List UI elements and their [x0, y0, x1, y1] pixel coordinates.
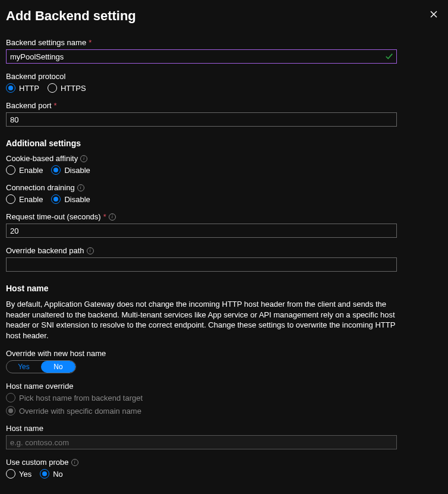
draining-disable-radio[interactable]: Disable: [51, 194, 90, 204]
custom-probe-no-radio[interactable]: No: [40, 469, 63, 479]
timeout-label: Request time-out (seconds): [6, 212, 101, 221]
cookie-enable-label: Enable: [19, 166, 43, 175]
info-icon[interactable]: i: [77, 184, 84, 191]
draining-enable-radio[interactable]: Enable: [6, 194, 43, 204]
port-input[interactable]: [6, 112, 397, 127]
custom-probe-yes-radio[interactable]: Yes: [6, 469, 31, 479]
custom-probe-yes-label: Yes: [19, 470, 31, 479]
hostname-help-text: By default, Application Gateway does not…: [6, 299, 398, 341]
override-path-label: Override backend path: [6, 246, 84, 255]
override-path-input[interactable]: [6, 257, 397, 272]
info-icon[interactable]: i: [71, 459, 78, 466]
protocol-https-label: HTTPS: [61, 84, 86, 93]
hostname-specific-radio: Override with specific domain name: [6, 406, 141, 416]
hostname-section-title: Host name: [6, 284, 442, 293]
hostname-from-backend-radio: Pick host name from backend target: [6, 393, 143, 402]
connection-draining-radio-group: Enable Disable: [6, 194, 442, 204]
protocol-https-radio[interactable]: HTTPS: [48, 83, 86, 93]
custom-probe-radio-group: Yes No: [6, 469, 442, 479]
port-label: Backend port: [6, 101, 52, 110]
additional-settings-title: Additional settings: [6, 139, 442, 148]
override-new-host-no[interactable]: No: [41, 361, 75, 373]
protocol-radio-group: HTTP HTTPS: [6, 83, 442, 93]
close-button[interactable]: [425, 6, 442, 23]
hostname-field-label: Host name: [6, 424, 43, 433]
draining-enable-label: Enable: [19, 195, 43, 204]
info-icon[interactable]: i: [87, 247, 94, 254]
settings-name-label: Backend settings name: [6, 38, 86, 47]
draining-disable-label: Disable: [64, 195, 90, 204]
cookie-disable-label: Disable: [64, 166, 90, 175]
cookie-enable-radio[interactable]: Enable: [6, 165, 43, 175]
cookie-disable-radio[interactable]: Disable: [51, 165, 90, 175]
override-new-host-label: Override with new host name: [6, 349, 106, 358]
hostname-from-backend-label: Pick host name from backend target: [19, 394, 143, 402]
info-icon[interactable]: i: [80, 155, 87, 162]
override-new-host-toggle: Yes No: [6, 360, 76, 373]
hostname-override-label: Host name override: [6, 382, 73, 391]
page-title: Add Backend setting: [6, 6, 136, 24]
required-indicator: *: [54, 101, 57, 110]
info-icon[interactable]: i: [109, 213, 116, 221]
hostname-specific-label: Override with specific domain name: [19, 407, 141, 416]
timeout-input[interactable]: [6, 224, 397, 238]
settings-name-input[interactable]: [6, 49, 397, 64]
connection-draining-label: Connection draining: [6, 183, 75, 192]
hostname-override-radio-group: Pick host name from backend target Overr…: [6, 393, 442, 416]
required-indicator: *: [89, 38, 92, 47]
protocol-label: Backend protocol: [6, 72, 65, 81]
cookie-affinity-label: Cookie-based affinity: [6, 154, 78, 163]
hostname-input: [6, 435, 397, 449]
required-indicator: *: [103, 212, 106, 221]
custom-probe-label: Use custom probe: [6, 458, 69, 467]
close-icon: [430, 11, 437, 18]
cookie-affinity-radio-group: Enable Disable: [6, 165, 442, 175]
override-new-host-yes[interactable]: Yes: [7, 361, 41, 373]
protocol-http-radio[interactable]: HTTP: [6, 83, 39, 93]
checkmark-icon: [385, 52, 393, 61]
protocol-http-label: HTTP: [19, 84, 39, 93]
custom-probe-no-label: No: [53, 470, 63, 479]
